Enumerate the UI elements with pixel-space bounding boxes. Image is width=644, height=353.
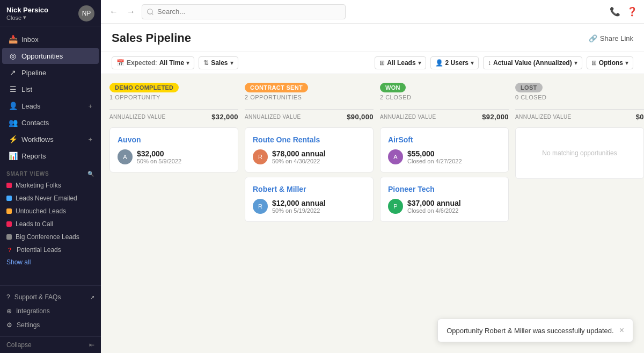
sidebar-item-list[interactable]: ☰ List [2, 81, 99, 97]
search-input[interactable] [142, 4, 346, 19]
avatar: P [388, 199, 403, 214]
opportunity-card[interactable]: Route One Rentals R $78,000 annual 50% o… [245, 127, 374, 172]
help-icon[interactable]: ❓ [627, 6, 638, 17]
sidebar-item-leads[interactable]: 👤 Leads + [2, 98, 99, 114]
opportunity-name[interactable]: Robert & Miller [253, 185, 365, 193]
filter-right: ⊞ All Leads ▾ 👤 2 Users ▾ ↕ Actual Value… [375, 56, 633, 69]
smart-view-label: Untouched Leads [16, 207, 66, 215]
sidebar-nav: 📥 Inbox ◎ Opportunities ↗ Pipeline ☰ Lis… [0, 26, 101, 285]
avatar: A [388, 149, 403, 164]
col-sub: 1 OPPORTUNITY [109, 94, 238, 100]
options-filter[interactable]: ⊞ Options ▾ [587, 56, 633, 69]
opportunity-meta: Closed on 4/6/2022 [407, 207, 461, 214]
inbox-icon: 📥 [9, 35, 17, 44]
share-link-button[interactable]: 🔗 Share Link [589, 34, 633, 42]
smart-view-leads-to-call[interactable]: Leads to Call [0, 218, 101, 230]
kanban-col-demo-completed: DEMO COMPLETED 1 OPPORTUNITY ANNUALIZED … [109, 83, 238, 344]
opportunity-card[interactable]: Robert & Miller R $12,000 annual 50% on … [245, 177, 374, 222]
opportunity-value-info: $12,000 annual 50% on 5/19/2022 [272, 199, 326, 214]
back-button[interactable]: ← [107, 5, 120, 19]
opportunity-meta: 50% on 5/9/2022 [137, 158, 181, 164]
sidebar-item-label: Workflows [21, 135, 54, 143]
col-sub: 2 OPPORTUNITIES [245, 94, 374, 100]
smart-view-leads-never-emailed[interactable]: Leads Never Emailed [0, 192, 101, 205]
opportunity-name[interactable]: Auvon [118, 135, 230, 144]
opportunity-card[interactable]: Pioneer Tech P $37,000 annual Closed on … [380, 177, 509, 222]
opportunity-value: $32,000 [137, 149, 181, 158]
annualized-label: ANNUALIZED VALUE [515, 114, 572, 120]
smart-view-big-conference-leads[interactable]: Big Conference Leads [0, 230, 101, 243]
footer-item-settings[interactable]: ⚙ Settings [0, 318, 101, 332]
close-button[interactable]: Close ▾ [6, 14, 48, 21]
sidebar-item-contacts[interactable]: 👥 Contacts [2, 114, 99, 131]
toast-close-button[interactable]: × [619, 326, 624, 335]
sort-filter[interactable]: ↕ Actual Value (Annualized) ▾ [483, 56, 582, 69]
sidebar-item-workflows[interactable]: ⚡ Workflows + [2, 131, 99, 147]
filter-bar: 📅 Expected: All Time ▾ ⇅ Sales ▾ ⊞ All L… [101, 52, 644, 74]
stage-badge: DEMO COMPLETED [109, 83, 179, 92]
col-header: CONTRACT SENT 2 OPPORTUNITIES [245, 83, 374, 103]
annualized-value: $0 [636, 113, 644, 121]
avatar: R [253, 199, 268, 214]
forward-button[interactable]: → [125, 5, 137, 19]
dot-icon [6, 208, 12, 214]
smart-view-potential-leads[interactable]: ?Potential Leads [0, 243, 101, 256]
sidebar-item-label: Leads [21, 102, 40, 110]
opportunity-name[interactable]: Pioneer Tech [388, 185, 501, 193]
add-badge: + [88, 135, 92, 143]
opportunity-meta: 50% on 4/30/2022 [272, 158, 326, 164]
opportunity-meta: Closed on 4/27/2022 [407, 158, 462, 164]
opportunity-value: $12,000 annual [272, 199, 326, 207]
collapse-button[interactable]: Collapse ⇤ [0, 336, 101, 353]
opportunity-value-info: $78,000 annual 50% on 4/30/2022 [272, 149, 326, 164]
all-leads-filter[interactable]: ⊞ All Leads ▾ [375, 56, 426, 69]
col-header: DEMO COMPLETED 1 OPPORTUNITY [109, 83, 238, 103]
opportunities-icon: ◎ [9, 52, 17, 60]
topbar: ← → 📞 ❓ [101, 0, 644, 24]
main-content: ← → 📞 ❓ Sales Pipeline 🔗 Share Link 📅 Ex… [101, 0, 644, 353]
opportunity-value-info: $37,000 annual Closed on 4/6/2022 [407, 199, 461, 214]
col-sub: 2 CLOSED [380, 94, 509, 100]
sidebar-item-opportunities[interactable]: ◎ Opportunities [2, 48, 99, 64]
sidebar-item-inbox[interactable]: 📥 Inbox [2, 31, 99, 47]
opportunity-name[interactable]: Route One Rentals [253, 135, 365, 144]
expected-filter[interactable]: 📅 Expected: All Time ▾ [112, 56, 194, 69]
integrations-icon: ⊕ [6, 307, 12, 315]
col-annualized: ANNUALIZED VALUE $0 [515, 109, 644, 121]
dot-icon: ? [6, 247, 13, 253]
footer-item-label: Support & FAQs [14, 293, 61, 301]
opportunity-detail: R $78,000 annual 50% on 4/30/2022 [253, 149, 365, 164]
support-icon: ? [6, 293, 10, 301]
grid-icon: ⊞ [379, 59, 385, 67]
footer-item-integrations[interactable]: ⊕ Integrations [0, 304, 101, 318]
annualized-label: ANNUALIZED VALUE [109, 114, 166, 120]
sidebar-item-label: Opportunities [21, 52, 63, 60]
footer-item-support[interactable]: ? Support & FAQs ↗ [0, 290, 101, 304]
smart-view-marketing-folks[interactable]: Marketing Folks [0, 179, 101, 192]
sales-filter[interactable]: ⇅ Sales ▾ [199, 56, 238, 69]
sidebar-user-info: Nick Persico Close ▾ [6, 6, 48, 21]
sidebar-item-label: Pipeline [21, 69, 46, 77]
avatar: R [253, 149, 268, 164]
opportunity-value: $37,000 annual [407, 199, 461, 207]
opportunity-card[interactable]: Auvon A $32,000 50% on 5/9/2022 [109, 127, 238, 172]
show-all-button[interactable]: Show all [0, 256, 101, 268]
annualized-label: ANNUALIZED VALUE [380, 114, 436, 120]
sidebar-item-pipeline[interactable]: ↗ Pipeline [2, 64, 99, 81]
page-header: Sales Pipeline 🔗 Share Link [101, 24, 644, 52]
filter-icon: ⇅ [203, 59, 209, 67]
opportunity-card[interactable]: AirSoft A $55,000 Closed on 4/27/2022 [380, 127, 509, 172]
users-filter[interactable]: 👤 2 Users ▾ [430, 56, 479, 69]
col-sub: 0 CLOSED [515, 94, 644, 100]
topbar-right: 📞 ❓ [610, 6, 638, 17]
stage-badge: WON [380, 83, 406, 92]
kanban-board: DEMO COMPLETED 1 OPPORTUNITY ANNUALIZED … [101, 74, 644, 353]
opportunity-name[interactable]: AirSoft [388, 135, 501, 144]
phone-icon[interactable]: 📞 [610, 6, 620, 17]
smart-view-untouched-leads[interactable]: Untouched Leads [0, 205, 101, 218]
opportunity-value-info: $55,000 Closed on 4/27/2022 [407, 149, 462, 164]
search-icon[interactable]: 🔍 [87, 171, 94, 177]
sidebar-item-reports[interactable]: 📊 Reports [2, 148, 99, 164]
chevron-down-icon: ▾ [23, 14, 26, 21]
stage-badge: CONTRACT SENT [245, 83, 308, 92]
